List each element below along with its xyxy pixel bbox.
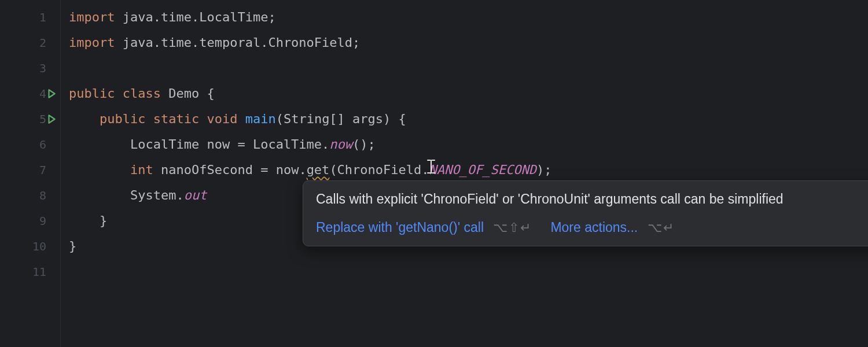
more-actions-link[interactable]: More actions...	[550, 220, 638, 235]
run-gutter-icon[interactable]	[46, 114, 57, 124]
code-line: public static void main(String[] args) {	[69, 106, 868, 132]
quickfix-action[interactable]: Replace with 'getNano()' call	[316, 220, 484, 235]
tooltip-title: Calls with explicit 'ChronoField' or 'Ch…	[316, 191, 784, 207]
code-line: LocalTime now = LocalTime.now();	[69, 132, 868, 157]
inspection-tooltip: Calls with explicit 'ChronoField' or 'Ch…	[303, 180, 868, 246]
code-line: public class Demo {	[69, 81, 868, 106]
code-line	[69, 56, 868, 81]
code-line: int nanoOfSecond = now.get(ChronoField.N…	[69, 157, 868, 183]
code-editor[interactable]: 1 2 3 4 5 6 7 8 9 10 11 import java.time…	[0, 0, 868, 347]
code-line: import java.time.temporal.ChronoField;	[69, 30, 868, 56]
inspection-warning[interactable]: get	[307, 157, 330, 183]
line-number: 6	[39, 138, 46, 152]
code-line	[69, 259, 868, 285]
line-number: 8	[39, 189, 46, 202]
line-number: 11	[32, 265, 46, 279]
line-number: 10	[32, 239, 46, 253]
line-number: 3	[39, 61, 46, 75]
shortcut-label: ⌥↵	[648, 220, 675, 235]
code-area[interactable]: import java.time.LocalTime; import java.…	[61, 0, 868, 347]
gutter: 1 2 3 4 5 6 7 8 9 10 11	[0, 0, 61, 347]
shortcut-label: ⌥⇧↵	[493, 220, 532, 235]
line-number: 9	[39, 214, 46, 228]
line-number: 5	[39, 112, 46, 126]
line-number: 1	[39, 10, 46, 24]
line-number: 4	[39, 87, 46, 101]
line-number: 7	[39, 163, 46, 177]
run-gutter-icon[interactable]	[46, 88, 57, 99]
line-number: 2	[39, 36, 46, 50]
code-line: import java.time.LocalTime;	[69, 5, 868, 30]
